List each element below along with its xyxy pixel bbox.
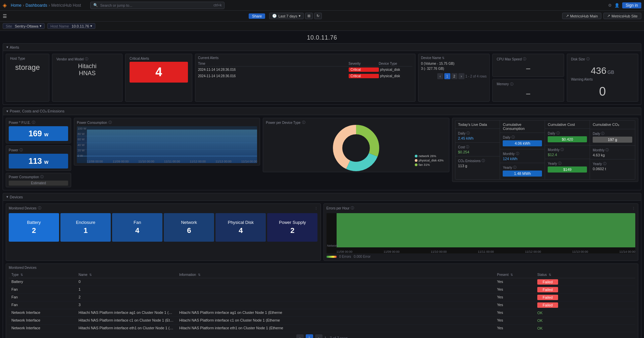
co2-yearly-row: Yearly ⓘ 0.0602 t [590,159,635,173]
metrics-hub-main-link[interactable]: ↗ MetricsHub Main [562,13,602,19]
row-net3-name: Hitachi NAS Platform interface eth1 on C… [76,325,177,332]
power-pue-info-icon[interactable]: ⓘ [32,120,35,125]
co2-monthly-info-icon[interactable]: ⓘ [605,148,609,152]
cumulative-co2-column: Cumulative CO₂ Daily ⓘ 197 g Monthly ⓘ [590,120,635,179]
live-daily-info-icon[interactable]: ⓘ [466,131,470,136]
status-ok-label3: OK [537,326,543,330]
device-tile-enclosure-name: Enclosure [63,220,108,225]
breadcrumb: Home › Dashboards › MetricsHub Host [11,3,81,8]
cumul-yearly-info-icon[interactable]: ⓘ [513,165,516,170]
memory-info-icon[interactable]: ⓘ [510,82,513,87]
metrics-hub-site-link[interactable]: ↗ MetricsHub Site [603,13,641,19]
chart-x-labels: 11/08 00:00 11/09 00:00 11/10 00:00 11/1… [87,160,257,163]
cost-monthly-value: $12.4 [548,153,587,157]
signin-button[interactable]: Sign in [622,2,641,8]
live-co2-info-icon[interactable]: ⓘ [482,158,485,163]
present-sort-icon[interactable]: ⇅ [510,273,513,277]
legend-network-label: network 26% [419,154,436,158]
cumul-yearly-label: Yearly ⓘ [503,165,542,170]
alerts-section-header[interactable]: ▾ Alerts [3,43,641,51]
device-tile-enclosure: Enclosure 1 [60,213,111,242]
table-row: Network Interface Hitachi NAS Platform i… [9,325,635,332]
errors-legend-max: 0.000 Error [354,255,370,258]
co2-monthly-value: 4.63 kg [593,153,632,157]
co2-yearly-info-icon[interactable]: ⓘ [603,161,606,166]
share-button[interactable]: Share [249,13,265,19]
menu-icon[interactable]: ☰ [3,13,7,19]
status-sort-icon[interactable]: ⇅ [549,273,551,277]
monitored-devices-info-icon[interactable]: ⓘ [38,206,41,210]
settings-icon[interactable]: ⚙ [608,3,612,8]
errors-y-label: Network [327,213,338,247]
breadcrumb-dashboards[interactable]: Dashboards [26,3,47,8]
power-pue-value-box: 169 w [9,126,68,141]
page-2-btn[interactable]: 2 [451,73,457,79]
row-battery-status: Failed [535,278,635,286]
consumption-info-icon[interactable]: ⓘ [40,175,44,179]
disk-info-icon[interactable]: ⓘ [586,57,590,61]
alerts-pagination: ‹ 1 2 › 1 - 2 of 4 rows [421,73,487,79]
col-status-header: Status ⇅ [535,272,635,278]
monitored-devices-menu-icon[interactable]: ⋮ [314,206,318,210]
topbar-right-icons: ⚙ 👤 Sign in [608,2,641,8]
errors-menu-icon[interactable]: ⋮ [632,206,635,210]
chart-fill-area [87,130,257,163]
device-tile-physical-disk-count: 4 [218,226,263,235]
host-filter[interactable]: Host Name 10.0.11.76 ▾ [47,23,95,29]
next-page-btn[interactable]: › [458,73,464,79]
devices-section-header[interactable]: ▾ Devices [3,193,641,201]
cost-yearly-info-icon[interactable]: ⓘ [558,161,561,166]
cost-daily-label: Daily ⓘ [548,131,587,136]
cost-monthly-info-icon[interactable]: ⓘ [560,147,564,152]
power-section-body: Power * P.U.E. ⓘ 169 w Power ⓘ 113 [3,115,641,190]
x-label-2: 11/09 00:00 [113,160,129,163]
cpu-info-icon[interactable]: ⓘ [523,57,526,61]
page-1-btn[interactable]: 1 [444,73,450,79]
co2-daily-info-icon[interactable]: ⓘ [601,131,604,136]
power-per-device-info-icon[interactable]: ⓘ [302,120,305,125]
row-net1-name: Hitachi NAS Platform interface ag1 on Cl… [76,309,177,317]
cumul-monthly-info-icon[interactable]: ⓘ [516,151,519,156]
device-name-sort-icon[interactable]: ⇅ [442,56,445,60]
prev-page-btn[interactable]: ‹ [437,73,443,79]
time-range-selector[interactable]: 🕐 Last 7 days ▾ [269,13,303,19]
errors-info-icon[interactable]: ⓘ [351,206,354,210]
info-sort-icon[interactable]: ⇅ [198,273,201,277]
current-alerts-label: Current Alerts [198,56,412,60]
power-info-icon[interactable]: ⓘ [19,148,23,152]
cost-daily-value: $0.420 [548,136,587,142]
breadcrumb-home[interactable]: Home [11,3,21,8]
legend-network-dot [415,155,417,157]
device-tile-fan: Fan 4 [112,213,162,242]
device-table-header-row: Type ⇅ Name ⇅ Information ⇅ Present [9,272,635,278]
vendor-info-icon[interactable]: ⓘ [85,57,88,61]
cumul-daily-value: 4.06 kWh [503,140,542,146]
cost-daily-info-icon[interactable]: ⓘ [556,131,560,136]
live-daily-row: Daily ⓘ 2.45 kWh [455,129,500,143]
power-section-header[interactable]: ▾ Power, Costs and CO₂ Emissions [3,107,641,115]
cpu-value: – [497,64,560,73]
pagination-info: 1 - 2 of 4 rows [465,75,487,78]
prev-page-btn2[interactable]: ‹ [296,334,304,338]
type-sort-icon[interactable]: ⇅ [20,273,23,277]
cumul-daily-info-icon[interactable]: ⓘ [511,135,515,140]
refresh-button[interactable]: ↻ [314,13,322,19]
y-label-20: 20 W [78,149,86,152]
row-fan1-present: Yes [494,286,535,293]
metrics-hub-site-label: MetricsHub Site [611,14,638,18]
name-sort-icon[interactable]: ⇅ [89,273,92,277]
user-icon[interactable]: 👤 [614,3,620,8]
power-consumption-info-icon[interactable]: ⓘ [108,120,112,125]
zoom-fit-button[interactable]: ⊞ [305,13,313,19]
power-left-panel: Power * P.U.E. ⓘ 169 w Power ⓘ 113 [6,118,71,187]
search-placeholder: Search or jump to... [100,3,132,7]
cumul-monthly-row: Monthly ⓘ 124 kWh [500,149,545,163]
search-bar[interactable]: 🔍 Search or jump to... ctrl+k [90,2,225,9]
errors-x-4: 11/11 00:00 [478,250,494,253]
device-tile-power-supply: Power Supply 2 [267,213,317,242]
live-cost-info-icon[interactable]: ⓘ [466,145,469,149]
site-filter[interactable]: Site Sentry-Ottawa ▾ [3,23,45,29]
next-page-btn2[interactable]: › [315,334,323,338]
device-tile-physical-disk: Physical Disk 4 [215,213,266,242]
page-1-btn2[interactable]: 1 [306,334,313,338]
